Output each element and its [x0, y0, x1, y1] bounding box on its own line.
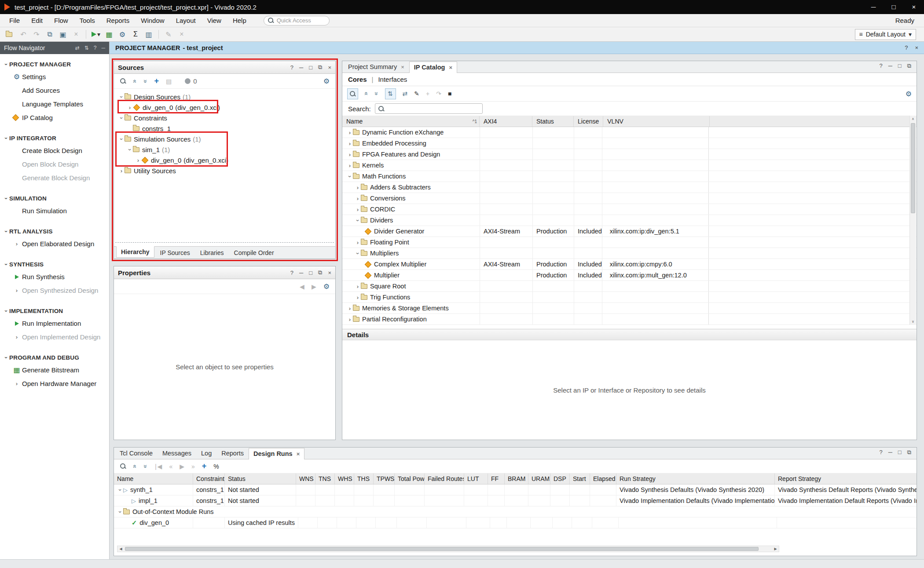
- customize-icon[interactable]: ✎: [414, 90, 419, 97]
- chevron-expanded-icon[interactable]: ›: [355, 250, 361, 256]
- gear-icon[interactable]: ⚙: [323, 282, 330, 291]
- edit-button[interactable]: ✎: [162, 29, 175, 40]
- chevron-right-icon[interactable]: ›: [347, 151, 353, 158]
- scrollbar-thumb[interactable]: [911, 123, 915, 213]
- close-tab-icon[interactable]: ×: [297, 451, 300, 457]
- column-header-status[interactable]: Status: [532, 116, 574, 127]
- layout-selector[interactable]: ≡ Default Layout ▾: [855, 29, 917, 40]
- search-icon[interactable]: [120, 463, 126, 470]
- chevron-expanded-icon[interactable]: ›: [347, 173, 353, 179]
- minimize-button[interactable]: ─: [863, 0, 884, 14]
- collapse-all-icon[interactable]: «: [132, 80, 139, 83]
- ip-category-row[interactable]: ›Floating Point: [342, 237, 917, 248]
- section-header-simulation[interactable]: › SIMULATION: [0, 193, 109, 204]
- properties-panel-header[interactable]: Properties ? ─ □ ⧉ ×: [114, 266, 335, 279]
- section-header-program-and-debug[interactable]: › PROGRAM AND DEBUG: [0, 352, 109, 363]
- subtab-interfaces[interactable]: Interfaces: [378, 76, 407, 83]
- collapse-all-icon[interactable]: «: [132, 465, 139, 468]
- column-header-report-strategy[interactable]: Report Strategy: [775, 473, 917, 484]
- column-header-license[interactable]: License: [574, 116, 603, 127]
- tree-item-sim-1[interactable]: › sim_1 (1): [114, 144, 335, 155]
- percent-icon[interactable]: %: [213, 463, 219, 470]
- chevron-expanded-icon[interactable]: ›: [118, 115, 125, 121]
- ip-core-row[interactable]: Complex Multiplier AXI4-Stream Productio…: [342, 259, 917, 270]
- nav-item-run-synthesis[interactable]: Run Synthesis: [0, 270, 109, 284]
- search-toggle-button[interactable]: [347, 88, 358, 99]
- chevron-expanded-icon[interactable]: ›: [118, 94, 125, 100]
- create-run-icon[interactable]: +: [202, 462, 207, 471]
- menu-layout[interactable]: Layout: [170, 14, 202, 27]
- subtab-cores[interactable]: Cores: [348, 76, 367, 83]
- ip-category-row[interactable]: ›Multipliers: [342, 248, 917, 259]
- maximize-icon[interactable]: □: [898, 62, 902, 69]
- ip-core-row[interactable]: Multiplier Production Included xilinx.co…: [342, 270, 917, 281]
- chevron-right-icon[interactable]: ›: [355, 283, 361, 290]
- cancel-button[interactable]: ×: [175, 29, 188, 40]
- quick-access-input[interactable]: [277, 17, 321, 24]
- nav-item-generate-bitstream[interactable]: ▦Generate Bitstream: [0, 363, 109, 377]
- chevron-right-icon[interactable]: ›: [347, 129, 353, 136]
- gear-icon[interactable]: ⚙: [906, 90, 912, 98]
- tab-log[interactable]: Log: [196, 448, 216, 459]
- nav-item-open-synthesized-design[interactable]: ›Open Synthesized Design: [0, 284, 109, 297]
- close-tab-icon[interactable]: ×: [401, 64, 404, 70]
- step-forward-icon[interactable]: »: [191, 463, 195, 470]
- forward-icon[interactable]: ▶: [312, 283, 316, 290]
- close-icon[interactable]: ×: [328, 269, 331, 276]
- scrollbar-thumb[interactable]: [125, 547, 759, 551]
- tab-ip-catalog[interactable]: IP Catalog ×: [409, 62, 457, 73]
- tree-item-constrs-1[interactable]: constrs_1: [114, 123, 335, 134]
- column-header-tpws[interactable]: TPWS: [374, 473, 395, 484]
- section-header-ip-integrator[interactable]: › IP INTEGRATOR: [0, 132, 109, 144]
- ip-category-row[interactable]: ›Embedded Processing: [342, 138, 917, 149]
- chevron-expanded-icon[interactable]: ›: [117, 509, 124, 515]
- ip-category-row[interactable]: ›Square Root: [342, 281, 917, 292]
- design-run-row-synth-1[interactable]: ›▷synth_1 constrs_1 Not started Vivado S…: [114, 484, 917, 495]
- column-header-axi4[interactable]: AXI4: [480, 116, 532, 127]
- menu-reports[interactable]: Reports: [101, 14, 136, 27]
- float-icon[interactable]: ⧉: [318, 64, 322, 71]
- section-header-synthesis[interactable]: › SYNTHESIS: [0, 259, 109, 270]
- expand-all-icon[interactable]: »: [142, 80, 149, 83]
- quick-access-search[interactable]: [264, 16, 330, 25]
- menu-window[interactable]: Window: [135, 14, 170, 27]
- tab-compile-order[interactable]: Compile Order: [230, 248, 279, 258]
- ip-category-row[interactable]: ›Conversions: [342, 193, 917, 204]
- chevron-right-icon[interactable]: ›: [355, 184, 361, 191]
- ip-core-row[interactable]: Divider Generator AXI4-Stream Production…: [342, 226, 917, 237]
- scroll-up-arrow[interactable]: ∧: [910, 116, 916, 122]
- minimize-icon[interactable]: ─: [101, 45, 105, 51]
- open-file-icon[interactable]: ▤: [166, 78, 172, 85]
- float-icon[interactable]: ⧉: [907, 62, 911, 69]
- step-back-icon[interactable]: «: [169, 463, 172, 470]
- column-header-name[interactable]: Name^1: [342, 116, 480, 127]
- ip-category-row[interactable]: ›CORDIC: [342, 204, 917, 215]
- tab-design-runs[interactable]: Design Runs×: [249, 448, 304, 459]
- chevron-right-icon[interactable]: ›: [135, 157, 141, 164]
- menu-file[interactable]: File: [4, 14, 26, 27]
- tree-item-div-gen-0[interactable]: › div_gen_0 (div_gen_0.xci): [114, 102, 335, 113]
- menu-flow[interactable]: Flow: [48, 14, 74, 27]
- column-header-dsp[interactable]: DSP: [550, 473, 570, 484]
- column-header-ff[interactable]: FF: [488, 473, 505, 484]
- sources-panel-header[interactable]: Sources ? ─ □ ⧉ ×: [114, 61, 335, 74]
- help-icon[interactable]: ?: [290, 269, 293, 276]
- design-run-row-ooc-group[interactable]: ›Out-of-Context Module Runs: [114, 506, 917, 517]
- tree-item-div-gen-0-sim[interactable]: › div_gen_0 (div_gen_0.xci): [114, 155, 335, 165]
- gear-icon[interactable]: ⚙: [323, 77, 330, 85]
- tree-item-utility-sources[interactable]: › Utility Sources: [114, 165, 335, 176]
- nav-item-run-implementation[interactable]: Run Implementation: [0, 317, 109, 330]
- float-icon[interactable]: ⧉: [907, 449, 911, 456]
- nav-item-settings[interactable]: ⚙Settings: [0, 70, 109, 84]
- maximize-icon[interactable]: □: [309, 64, 312, 71]
- column-header-tns[interactable]: TNS: [315, 473, 335, 484]
- nav-item-open-elaborated-design[interactable]: ›Open Elaborated Design: [0, 237, 109, 251]
- minimize-icon[interactable]: ─: [299, 64, 303, 71]
- ip-search-input[interactable]: [387, 106, 480, 112]
- help-icon[interactable]: ?: [879, 62, 882, 69]
- settings-button[interactable]: ⚙: [116, 29, 129, 40]
- chevron-right-icon[interactable]: ›: [355, 195, 361, 202]
- column-header-ths[interactable]: THS: [354, 473, 374, 484]
- ip-category-row[interactable]: ›Trig Functions: [342, 292, 917, 303]
- section-header-rtl-analysis[interactable]: › RTL ANALYSIS: [0, 226, 109, 237]
